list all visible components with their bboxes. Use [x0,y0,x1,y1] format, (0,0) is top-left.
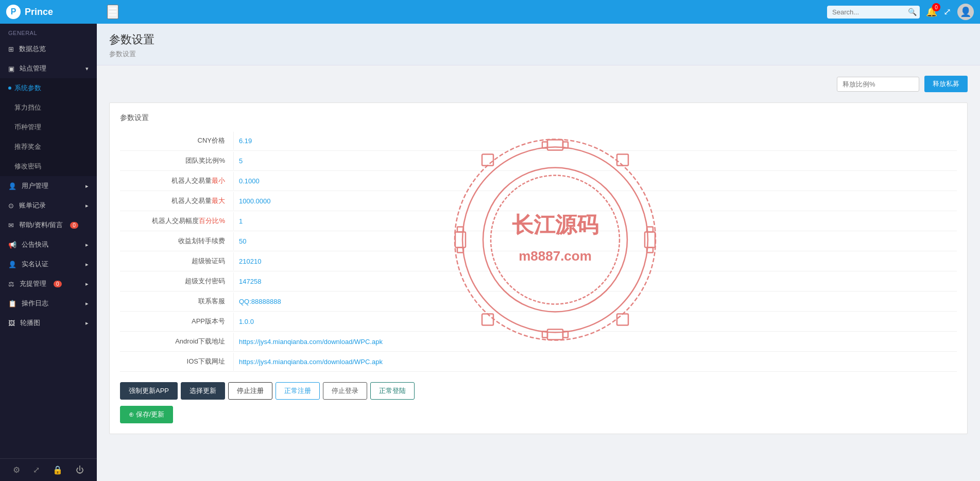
sidebar-sub-label: 推荐奖金 [14,142,41,151]
cny-input[interactable] [239,136,952,146]
sidebar-item-label: 充提管理 [20,279,46,288]
sidebar-item-label: 数据总览 [19,44,46,54]
search-icon[interactable]: 🔍 [908,8,917,16]
sidebar-item-referral[interactable]: 推荐奖金 [0,137,97,157]
cs-input[interactable] [239,297,952,306]
robot-min-input[interactable] [239,176,952,186]
param-label-fee: 收益划转手续费 [120,231,233,251]
menu-toggle-button[interactable]: ☰ [107,5,118,19]
sidebar-item-help[interactable]: ✉ 帮助/资料/留言 0 [0,215,97,235]
chevron-right-icon: ▸ [85,261,89,268]
chevron-right-icon: ▸ [85,281,89,287]
sidebar-item-carousel[interactable]: 🖼 轮播图 ▸ [0,313,97,333]
param-value-robot-min [233,172,957,190]
param-value-super-pay [233,272,957,290]
sidebar-item-real-name[interactable]: 👤 实名认证 ▸ [0,254,97,274]
sidebar-item-currency[interactable]: 币种管理 [0,117,97,137]
param-label-robot-min: 机器人交易量最小 [120,171,233,191]
sidebar-item-dashboard[interactable]: ⊞ 数据总览 [0,39,97,59]
sidebar-item-label: 站点管理 [20,64,46,73]
header-right: 🔍 🔔 0 ⤢ 👤 [827,4,974,20]
param-row-super-pay: 超级支付密码 [120,271,957,291]
select-update-button[interactable]: 选择更新 [181,382,225,400]
param-row-robot-min: 机器人交易量最小 [120,171,957,191]
param-label-robot-amp: 机器人交易幅度百分比% [120,211,233,231]
param-label-app-version: APP版本号 [120,312,233,331]
sidebar-item-recharge[interactable]: ⚖ 充提管理 0 ▸ [0,274,97,294]
ios-url-input[interactable] [239,357,952,367]
param-value-cny [233,132,957,150]
param-row-cs: 联系客服 [120,291,957,312]
settings-footer-icon[interactable]: ⚙ [13,465,20,475]
save-button[interactable]: ⊕ 保存/更新 [120,406,173,423]
robot-amp-input[interactable] [239,216,952,226]
param-label-robot-max: 机器人交易量最大 [120,191,233,211]
breadcrumb: 参数设置 [109,49,968,59]
chevron-right-icon: ▸ [85,202,89,209]
sidebar-item-label: 轮播图 [20,318,40,328]
red-label-max: 最大 [212,197,225,204]
sidebar-general-label: GENERAL [0,24,97,39]
param-label-super-code: 超级验证码 [120,251,233,271]
sidebar-item-user-mgmt[interactable]: 👤 用户管理 ▸ [0,176,97,196]
param-value-robot-max [233,192,957,210]
param-row-super-code: 超级验证码 [120,251,957,271]
expand-footer-icon[interactable]: ⤢ [33,465,40,475]
announcement-icon: 📢 [8,241,16,249]
team-ratio-input[interactable] [239,156,952,166]
site-mgmt-icon: ▣ [8,65,14,73]
content-area: 释放私募 参数设置 CNY价格 团队奖比例% [97,65,980,481]
logo-area: P Prince [6,5,99,19]
help-badge: 0 [70,222,78,229]
ratio-input[interactable] [837,77,919,92]
param-value-robot-amp [233,212,957,230]
recharge-badge: 0 [54,281,62,287]
stop-login-button[interactable]: 停止登录 [323,382,367,400]
main-content: 参数设置 参数设置 释放私募 参数设置 CNY价格 [97,24,980,481]
sidebar-item-label: 实名认证 [22,260,48,269]
stop-register-button[interactable]: 停止注册 [228,382,272,400]
logo-icon: P [6,5,21,19]
app-version-input[interactable] [239,317,952,327]
sidebar-item-change-password[interactable]: 修改密码 [0,157,97,176]
layout: GENERAL ⊞ 数据总览 ▣ 站点管理 ▾ 系统参数 算力挡位 币种管理 推… [0,24,980,481]
super-pay-input[interactable] [239,277,952,286]
sidebar-item-operation-log[interactable]: 📋 操作日志 ▸ [0,294,97,313]
avatar[interactable]: 👤 [957,4,974,20]
expand-icon[interactable]: ⤢ [943,6,951,18]
sidebar-item-hashrate[interactable]: 算力挡位 [0,98,97,117]
sidebar-item-system-params[interactable]: 系统参数 [0,78,97,98]
params-panel: 参数设置 CNY价格 团队奖比例% [109,102,968,434]
fee-input[interactable] [239,236,952,246]
robot-max-input[interactable] [239,196,952,206]
sidebar-item-announcement[interactable]: 📢 公告快讯 ▸ [0,235,97,254]
red-label-min: 最小 [212,177,225,184]
force-update-button[interactable]: 强制更新APP [120,382,178,400]
chevron-right-icon: ▸ [85,300,89,307]
android-url-input[interactable] [239,337,952,347]
normal-register-button[interactable]: 正常注册 [276,382,320,400]
help-icon: ✉ [8,221,14,229]
sidebar: GENERAL ⊞ 数据总览 ▣ 站点管理 ▾ 系统参数 算力挡位 币种管理 推… [0,24,97,481]
real-name-icon: 👤 [8,261,16,268]
sidebar-sub-label: 算力挡位 [14,103,41,112]
param-label-cny: CNY价格 [120,131,233,150]
super-code-input[interactable] [239,256,952,266]
notification-icon[interactable]: 🔔 0 [926,6,937,18]
power-footer-icon[interactable]: ⏻ [76,466,84,475]
sidebar-item-site-mgmt[interactable]: ▣ 站点管理 ▾ [0,59,97,78]
chevron-right-icon: ▸ [85,320,89,327]
sidebar-item-account-records[interactable]: ⊙ 账单记录 ▸ [0,196,97,215]
param-label-super-pay: 超级支付密码 [120,271,233,291]
search-input[interactable] [827,6,920,19]
param-row-app-version: APP版本号 [120,312,957,332]
sidebar-sub-label: 修改密码 [14,162,41,171]
param-row-robot-amp: 机器人交易幅度百分比% [120,211,957,231]
top-header: P Prince ☰ 🔍 🔔 0 ⤢ 👤 [0,0,980,24]
normal-login-button[interactable]: 正常登陆 [370,382,415,400]
release-button[interactable]: 释放私募 [924,76,968,92]
lock-footer-icon[interactable]: 🔒 [53,465,63,475]
param-row-android: Android下载地址 [120,332,957,352]
carousel-icon: 🖼 [8,319,15,327]
params-section-title: 参数设置 [120,113,957,123]
